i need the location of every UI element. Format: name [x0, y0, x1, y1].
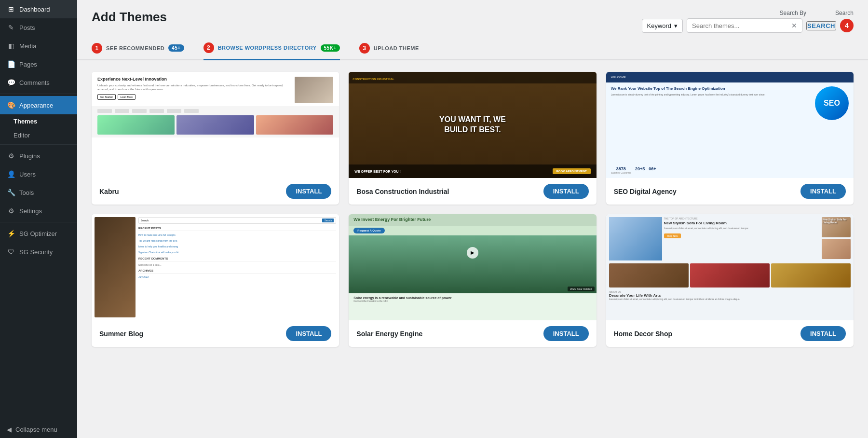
search-input-wrap: ✕: [687, 18, 802, 33]
sidebar-item-plugins[interactable]: ⚙ Plugins: [0, 147, 77, 165]
theme-name-solar: Solar Energy Engine: [356, 330, 422, 338]
sidebar-item-settings[interactable]: ⚙ Settings: [0, 202, 77, 220]
sidebar-item-appearance[interactable]: 🎨 Appearance: [0, 96, 77, 114]
theme-preview-blog: Search RECENT POSTS How to make one Line…: [92, 214, 339, 320]
seo-left: We Rank Your Website Top of The Search E…: [611, 86, 811, 163]
seo-stat-1-lbl: Satisfied Customer: [611, 171, 631, 174]
theme-preview-kabru: Experience Next-Level Innovation Unleash…: [92, 72, 339, 178]
decor-gallery-1: [609, 263, 689, 287]
solar-image: ▶ 20M+ Solar Installed: [349, 235, 596, 293]
step-1-badge: 1: [92, 43, 102, 54]
solar-quote-btn[interactable]: Request A Quote: [353, 228, 384, 233]
blog-right-panel: Search RECENT POSTS How to make one Line…: [138, 217, 336, 317]
sidebar-item-sg-security[interactable]: 🛡 SG Security: [0, 243, 77, 261]
step-2-badge: 2: [203, 42, 214, 53]
seo-body: We Rank Your Website Top of The Search E…: [606, 82, 854, 166]
install-decor-button[interactable]: INSTALL: [800, 326, 846, 341]
seo-body-text: Lorem ipsum is simply dummy text of the …: [611, 93, 811, 97]
solar-stats: 20M+ Solar Installed: [568, 287, 595, 291]
blog-search-bar[interactable]: Search: [138, 217, 336, 224]
sidebar-item-sg-optimizer[interactable]: ⚡ SG Optimizer: [0, 224, 77, 243]
theme-card-blog: Search RECENT POSTS How to make one Line…: [92, 214, 339, 347]
sg-optimizer-icon: ⚡: [7, 229, 15, 238]
search-by-value: Keyword: [647, 22, 672, 29]
kabru-gallery-3: [256, 115, 333, 135]
sidebar-item-users[interactable]: 👤 Users: [0, 165, 77, 183]
seo-stats: 3878 Satisfied Customer 20+5 06+: [606, 166, 854, 178]
install-construction-button[interactable]: INSTALL: [543, 184, 589, 199]
install-kabru-button[interactable]: INSTALL: [286, 184, 331, 199]
install-seo-button[interactable]: INSTALL: [800, 184, 846, 199]
decor-main-image: [609, 217, 662, 260]
blog-search-input[interactable]: [141, 219, 320, 222]
decor-top: THE TOP OF ARCHITECTURE New Stylish Sofa…: [606, 214, 854, 263]
theme-card-seo: WELCOME We Rank Your Website Top of The …: [606, 72, 854, 205]
collapse-menu-button[interactable]: ◀ Collapse menu: [0, 421, 77, 438]
sidebar-item-media[interactable]: ◧ Media: [0, 37, 77, 55]
seo-circle: SEO: [815, 86, 849, 120]
seo-headline: We Rank Your Website Top of The Search E…: [611, 86, 811, 91]
sidebar-item-tools[interactable]: 🔧 Tools: [0, 183, 77, 202]
construction-book-btn[interactable]: BOOK APPOINTMENT: [553, 168, 591, 174]
kabru-preview-image: [295, 77, 333, 103]
solar-play-button[interactable]: ▶: [467, 247, 478, 259]
seo-stat-3: 06+: [649, 166, 656, 174]
seo-stat-1: 3878 Satisfied Customer: [611, 166, 631, 174]
tab-recommended[interactable]: 1 SEE RECOMMENDED 45+: [92, 43, 184, 59]
decor-shop-btn[interactable]: Shop Now: [664, 233, 681, 238]
appearance-icon: 🎨: [7, 101, 15, 110]
decor-right-images: New Stylish Sofa For Living Room: [822, 217, 851, 260]
theme-preview-decor: THE TOP OF ARCHITECTURE New Stylish Sofa…: [606, 214, 854, 320]
media-icon: ◧: [7, 41, 15, 50]
decor-heading: New Stylish Sofa For Living Room: [664, 221, 820, 226]
tab-upload[interactable]: 3 UPLOAD THEME: [359, 43, 419, 59]
blog-comment-1: Someone on a post...: [138, 263, 336, 266]
sidebar-item-posts[interactable]: ✎ Posts: [0, 18, 77, 37]
recent-comments-title: RECENT COMMENTS: [138, 257, 336, 261]
blog-search-button[interactable]: Search: [322, 219, 334, 222]
settings-icon: ⚙: [7, 206, 15, 215]
install-blog-button[interactable]: INSTALL: [286, 326, 331, 341]
solar-header-text: We Invest Energy For Brighter Future: [349, 214, 596, 226]
tools-icon: 🔧: [7, 188, 15, 197]
decor-gallery-3: [771, 263, 851, 287]
decor-small-1: New Stylish Sofa For Living Room: [822, 217, 851, 237]
construction-headline2: BUILD IT BEST.: [349, 125, 596, 135]
recent-posts-title: RECENT POSTS: [138, 227, 336, 231]
kabru-logo-6: [184, 109, 199, 113]
sidebar-subitem-editor[interactable]: Editor: [0, 128, 77, 142]
users-icon: 👤: [7, 170, 15, 178]
decor-body: Lorem ipsum dolor sit amet, consectetur …: [664, 227, 820, 230]
search-area: Search By Search Keyword ▾ ✕ SEARCH 4: [642, 10, 854, 33]
theme-footer-decor: Home Decor Shop INSTALL: [606, 320, 854, 347]
sidebar-item-dashboard[interactable]: ⊞ Dashboard: [0, 0, 77, 18]
seo-stat-2-num: 20+5: [635, 166, 645, 171]
search-button[interactable]: SEARCH: [806, 21, 836, 30]
construction-headline1: YOU WANT IT, WE: [349, 115, 596, 125]
sidebar-item-comments[interactable]: 💬 Comments: [0, 73, 77, 92]
decor-small-2: [822, 239, 851, 259]
blog-archive-1: July 2022: [138, 275, 336, 278]
step-4-badge: 4: [840, 19, 854, 32]
sidebar-item-pages[interactable]: 📄 Pages: [0, 55, 77, 73]
search-controls: Keyword ▾ ✕ SEARCH 4: [642, 18, 854, 33]
theme-preview-seo: WELCOME We Rank Your Website Top of The …: [606, 72, 854, 178]
sidebar-subitem-themes[interactable]: Themes: [0, 114, 77, 128]
search-input[interactable]: [692, 22, 788, 29]
search-by-dropdown[interactable]: Keyword ▾: [642, 19, 683, 33]
tab-recommended-count: 45+: [168, 44, 184, 52]
tab-browse[interactable]: 2 BROWSE WORDPRESS DIRECTORY 55K+: [203, 42, 340, 60]
kabru-logo-3: [132, 109, 147, 113]
theme-grid: Experience Next-Level Innovation Unleash…: [77, 60, 868, 358]
theme-name-construction: Bosa Construction Industrial: [356, 188, 449, 195]
install-solar-button[interactable]: INSTALL: [543, 326, 589, 341]
theme-card-solar: We Invest Energy For Brighter Future Req…: [349, 214, 596, 347]
theme-name-seo: SEO Digital Agency: [614, 188, 677, 195]
theme-card-decor: THE TOP OF ARCHITECTURE New Stylish Sofa…: [606, 214, 854, 347]
kabru-body: Unleash your curiosity and witness first…: [97, 83, 290, 92]
divider: [0, 94, 77, 94]
kabru-logo-4: [149, 109, 164, 113]
chevron-down-icon: ▾: [674, 22, 678, 29]
clear-icon[interactable]: ✕: [791, 22, 797, 29]
kabru-logo-2: [115, 109, 129, 113]
